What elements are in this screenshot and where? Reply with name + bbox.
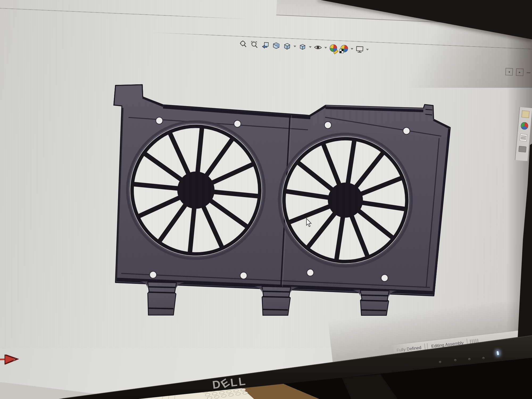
photo-of-monitor: Search Knowledge Base ? – ❐ SM bbox=[0, 0, 532, 399]
mouse-cursor bbox=[306, 218, 313, 227]
monitor-bottom-bezel bbox=[0, 0, 532, 399]
monitor-button bbox=[482, 357, 485, 359]
monitor-button bbox=[439, 361, 441, 363]
monitor-button bbox=[468, 358, 471, 360]
monitor-button bbox=[454, 359, 456, 361]
